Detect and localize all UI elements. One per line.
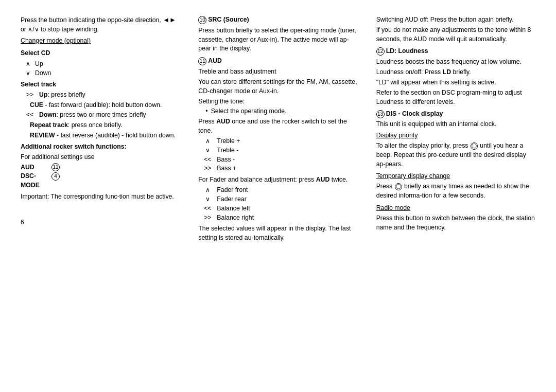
temp-display-label: Temporary display change (376, 172, 535, 181)
aud-text1: Treble and bass adjustment (198, 67, 357, 77)
src-text: Press button briefly to select the oper-… (198, 26, 357, 54)
dis-title-row: 13 DIS - Clock display (376, 110, 535, 119)
tone-rows: ∧ Treble + ∨ Treble - << Bass - >> Bass … (198, 137, 357, 173)
switch-text2: If you do not make any adjustments to th… (376, 26, 535, 44)
track-down-row: << Down: press two or more times briefly (21, 111, 180, 120)
select-cd-section: Select CD ∧ Up ∨ Down (21, 49, 180, 78)
select-cd-label: Select CD (21, 49, 180, 58)
dsc-row: DSC-MODE 4 (21, 172, 180, 190)
display-priority-label: Display priority (376, 131, 535, 140)
radio-mode-label: Radio mode (376, 204, 535, 213)
aud-label: AUD (21, 163, 51, 172)
ld-text2: Loudness on/off: Press LD briefly. (376, 68, 535, 77)
review-row: REVIEW - fast reverse (audible) - hold b… (30, 131, 180, 140)
dis-section: 13 DIS - Clock display This unit is equi… (376, 110, 535, 232)
fader-rear-row: ∨ Fader rear (198, 195, 357, 204)
switch-text1: Switching AUD off: Press the button agai… (376, 15, 535, 25)
intro-text: Press the button indicating the oppo-sit… (21, 15, 180, 34)
balance-left-row: << Balance left (198, 204, 357, 213)
press-aud-text: Press AUD once and use the rocker switch… (198, 117, 357, 136)
sym-fast-fwd: >> (21, 91, 39, 100)
bass-plus-row: >> Bass + (198, 164, 357, 173)
dis-number: 13 (376, 110, 385, 118)
column-3: Switching AUD off: Press the button agai… (367, 15, 535, 377)
aud-row: AUD 11 (21, 163, 180, 172)
sym-up: ∧ (21, 60, 35, 69)
select-cd-row-up: ∧ Up (21, 60, 180, 69)
ld-title-row: 12 LD: Loudness (376, 47, 535, 56)
treble-plus-row: ∧ Treble + (198, 137, 357, 146)
ld-text1: Loudness boosts the bass frequency at lo… (376, 58, 535, 67)
page-number-section: 6 (21, 204, 180, 227)
balance-right-row: >> Balance right (198, 213, 357, 223)
dis-label: DIS - Clock display (386, 110, 443, 119)
ld-section: 12 LD: Loudness Loudness boosts the bass… (376, 47, 535, 106)
setting-tone: Setting the tone: (198, 97, 357, 106)
repeat-row: Repeat track: press once briefly. (30, 121, 180, 130)
ld-number: 12 (376, 47, 385, 56)
aud-number: 11 (198, 57, 206, 65)
dis-text1: This unit is equipped with an internal c… (376, 120, 535, 129)
selected-text: The selected values will appear in the d… (198, 224, 357, 243)
ld-label: LD: Loudness (386, 47, 428, 56)
changer-mode: Changer mode (optional) (21, 37, 180, 46)
dsc-label: DSC-MODE (21, 172, 51, 190)
dis-icon-temp: ◯ (395, 183, 402, 190)
treble-minus-row: ∨ Treble - (198, 146, 357, 155)
aud-section: 11 AUD Treble and bass adjustment You ca… (198, 57, 357, 243)
select-cd-row-down: ∨ Down (21, 69, 180, 78)
aud-title-row: 11 AUD (198, 57, 357, 66)
aud-num: 11 (51, 163, 180, 172)
radio-mode-text: Press this button to switch between the … (376, 214, 535, 233)
sym-down: ∨ (21, 69, 35, 78)
select-track-label: Select track (21, 80, 180, 90)
display-priority-text: To alter the display priority, press ◯ u… (376, 141, 535, 169)
cue-row: CUE - fast forward (audible): hold butto… (30, 101, 180, 110)
sym-fast-rev: << (21, 111, 39, 120)
ld-text3: "LD" will appear when this setting is ac… (376, 78, 535, 87)
src-label: SRC (Source) (208, 15, 249, 25)
fader-front-row: ∧ Fader front (198, 186, 357, 195)
additional-text: For additional settings use (21, 153, 180, 162)
ld-text4: Refer to the section on DSC program-ming… (376, 88, 535, 107)
src-section: 10 SRC (Source) Press button briefly to … (198, 15, 357, 54)
additional-label: Additional rocker switch functions: (21, 142, 180, 152)
dsc-num: 4 (51, 172, 180, 190)
val-down: Down (35, 69, 180, 78)
val-up: Up (35, 60, 180, 69)
additional-section: Additional rocker switch functions: For … (21, 142, 180, 202)
track-up-row: >> Up: press briefly (21, 91, 180, 100)
aud-label: AUD (208, 57, 222, 66)
src-number: 10 (198, 16, 206, 24)
select-track-section: Select track >> Up: press briefly CUE - … (21, 80, 180, 140)
column-2: 10 SRC (Source) Press button briefly to … (189, 15, 367, 377)
dis-icon-priority: ◯ (471, 142, 478, 150)
page-number: 6 (21, 218, 180, 227)
aud-text2: You can store different settings for the… (198, 78, 357, 96)
fader-rows: ∧ Fader front ∨ Fader rear << Balance le… (198, 186, 357, 222)
track-down-text: Down: press two or more times briefly (39, 111, 180, 120)
track-up-text: Up: press briefly (39, 91, 180, 100)
src-title-row: 10 SRC (Source) (198, 15, 357, 25)
important-text: Important: The corresponding func-tion m… (21, 192, 180, 202)
page: Press the button indicating the oppo-sit… (0, 0, 556, 392)
bullet-text: Select the operating mode. (211, 107, 287, 116)
column-1: Press the button indicating the oppo-sit… (21, 15, 189, 377)
fader-text: For Fader and balance adjustment: press … (198, 175, 357, 185)
bass-minus-row: << Bass - (198, 155, 357, 165)
temp-display-text: Press ◯ briefly as many times as needed … (376, 182, 535, 201)
content-columns: Press the button indicating the oppo-sit… (21, 15, 535, 377)
bullet-select-mode: • Select the operating mode. (205, 107, 357, 116)
